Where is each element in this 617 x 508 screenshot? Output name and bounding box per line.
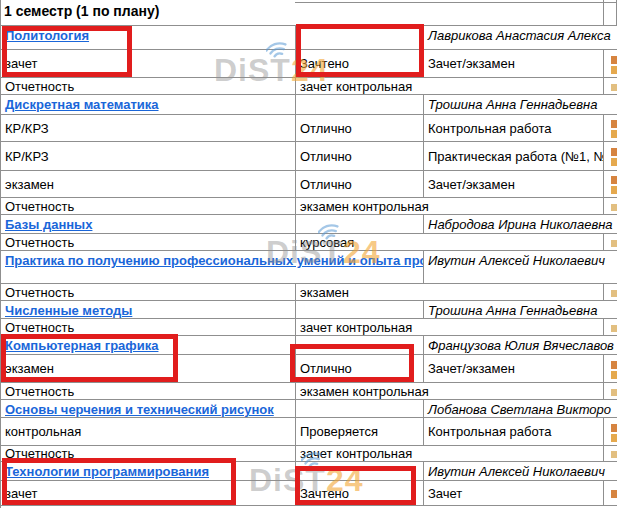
edge-cell	[604, 234, 617, 251]
grade-row: зачет Зачтено Зачет/экзамен	[1, 50, 617, 78]
report-row: Отчетность зачет контрольная	[1, 78, 617, 95]
assessment-form-cell: Контрольная работа	[424, 115, 604, 142]
assessment-form-cell: Практическая работа (№1, №2)	[424, 142, 604, 171]
edge-cell	[604, 284, 617, 301]
report-label-cell: Отчетность	[1, 234, 296, 251]
text-fragment	[611, 290, 617, 297]
subject-row: Политология Лаврикова Анастасия Алекса	[1, 26, 617, 50]
subject-link[interactable]: Базы данных	[5, 217, 92, 232]
assessment-form-cell: Зачет/экзамен	[424, 171, 604, 198]
report-value-cell: экзамен контрольная	[296, 383, 604, 400]
text-fragment	[611, 120, 617, 128]
edge-cell	[604, 383, 617, 400]
grade-cell: Отлично	[296, 142, 424, 171]
edge-cell	[604, 78, 617, 95]
report-row: Отчетность экзамен контрольная	[1, 198, 617, 215]
assessment-form-cell: Зачет	[424, 481, 604, 506]
subject-link[interactable]: Дискретная математика	[5, 97, 159, 112]
assessment-form-cell: Зачет/экзамен	[424, 50, 604, 78]
edge-cell	[604, 446, 617, 462]
report-value-cell: курсовая	[296, 234, 604, 251]
cropped-row-line	[295, 2, 617, 3]
control-type-cell: экзамен	[1, 171, 296, 198]
text-fragment	[611, 84, 617, 91]
control-type-cell: экзамен	[1, 355, 296, 383]
report-row: Отчетность курсовая	[1, 234, 617, 251]
text-fragment	[611, 371, 617, 379]
subject-row: Основы черчения и технический рисунок Ло…	[1, 400, 617, 418]
grade-row: контрольная Проверяется Контрольная рабо…	[1, 418, 617, 446]
report-value-cell: зачет контрольная	[296, 446, 604, 462]
subject-row: Дискретная математика Трошина Анна Генна…	[1, 95, 617, 115]
edge-cell	[604, 171, 617, 198]
teacher-cell: Французова Юлия Вячеславов	[424, 336, 617, 355]
report-label-cell: Отчетность	[1, 284, 296, 301]
text-fragment	[611, 389, 617, 396]
text-fragment	[611, 361, 617, 369]
grade-cell: Отлично	[296, 171, 424, 198]
grade-cell: Зачтено	[296, 50, 424, 78]
text-fragment	[611, 490, 617, 498]
grade-row: КР/КРЗ Отлично Практическая работа (№1, …	[1, 142, 617, 171]
report-label-cell: Отчетность	[1, 383, 296, 400]
edge-cell	[604, 319, 617, 336]
page-title: 1 семестр (1 по плану)	[4, 3, 159, 19]
text-fragment	[611, 240, 617, 247]
grade-cell: Зачтено	[296, 481, 424, 506]
control-type-cell: КР/КРЗ	[1, 115, 296, 142]
edge-cell	[604, 142, 617, 171]
teacher-cell: Трошина Анна Геннадьевна	[424, 301, 617, 319]
edge-cell	[604, 418, 617, 446]
teacher-cell: Лобанова Светлана Викторо	[424, 400, 617, 418]
report-row: Отчетность зачет контрольная	[1, 319, 617, 336]
report-value-cell: зачет контрольная	[296, 78, 604, 95]
text-fragment	[611, 424, 617, 432]
subject-row: Технологии программирования Ивутин Алекс…	[1, 462, 617, 481]
grade-status-cell: Проверяется	[296, 418, 424, 446]
control-type-cell: зачет	[1, 50, 296, 78]
teacher-cell: Набродова Ирина Николаевна	[424, 215, 617, 234]
grade-cell: Отлично	[296, 115, 424, 142]
report-row: Отчетность экзамен	[1, 284, 617, 301]
edge-cell	[604, 355, 617, 383]
subject-link[interactable]: Политология	[5, 28, 89, 43]
subject-link[interactable]: Практика по получению профессиональных у…	[5, 253, 424, 268]
subject-link[interactable]: Основы черчения и технический рисунок	[5, 402, 274, 417]
text-fragment	[611, 56, 617, 64]
cropped-column-line	[603, 0, 604, 26]
text-fragment	[611, 148, 617, 156]
teacher-cell: Ивутин Алексей Николаевич	[424, 462, 617, 481]
control-type-cell: КР/КРЗ	[1, 142, 296, 171]
report-label-cell: Отчетность	[1, 446, 296, 462]
text-fragment	[611, 158, 617, 166]
edge-cell	[604, 50, 617, 78]
report-label-cell: Отчетность	[1, 319, 296, 336]
text-fragment	[611, 325, 617, 332]
text-fragment	[611, 451, 617, 458]
assessment-form-cell: Зачет/экзамен	[424, 355, 604, 383]
text-fragment	[611, 204, 617, 211]
teacher-cell: Ивутин Алексей Николаевич	[424, 251, 617, 284]
report-value-cell: экзамен	[296, 284, 604, 301]
grade-row: экзамен Отлично Зачет/экзамен	[1, 355, 617, 383]
subject-link[interactable]: Технологии программирования	[5, 464, 209, 479]
assessment-form-cell: Контрольная работа	[424, 418, 604, 446]
subject-link[interactable]: Численные методы	[5, 303, 132, 318]
report-value-cell: экзамен контрольная	[296, 198, 604, 215]
control-type-cell: зачет	[1, 481, 296, 506]
grade-cell: Отлично	[296, 355, 424, 383]
report-row: Отчетность зачет контрольная	[1, 446, 617, 462]
control-type-cell: контрольная	[1, 418, 296, 446]
subject-row: Компьютерная графика Французова Юлия Вяч…	[1, 336, 617, 355]
edge-cell	[604, 115, 617, 142]
subject-link[interactable]: Компьютерная графика	[5, 338, 158, 353]
grade-row: зачет Зачтено Зачет	[1, 481, 617, 506]
subject-row: Практика по получению профессиональных у…	[1, 251, 617, 284]
subject-row: Численные методы Трошина Анна Геннадьевн…	[1, 301, 617, 319]
text-fragment	[611, 186, 617, 194]
grade-row: КР/КРЗ Отлично Контрольная работа	[1, 115, 617, 142]
text-fragment	[611, 176, 617, 184]
report-value-cell: зачет контрольная	[296, 319, 604, 336]
text-fragment	[611, 434, 617, 442]
text-fragment	[611, 130, 617, 138]
